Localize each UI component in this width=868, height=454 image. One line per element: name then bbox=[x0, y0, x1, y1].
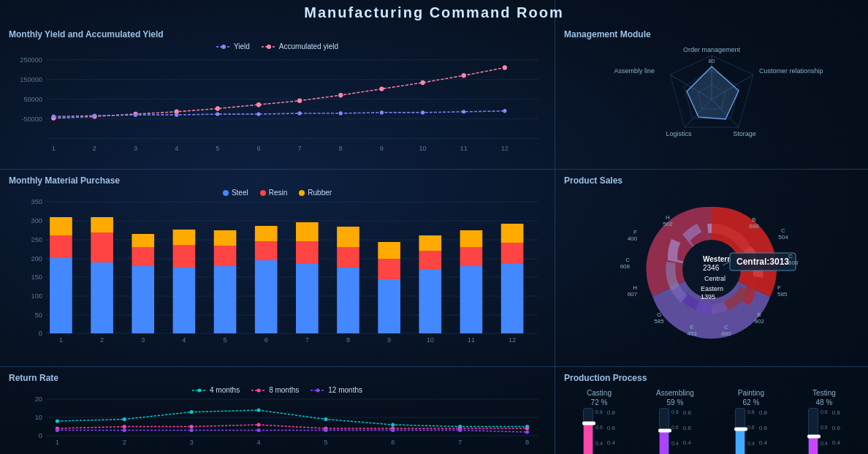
svg-text:5: 5 bbox=[223, 336, 226, 344]
svg-rect-75 bbox=[132, 234, 154, 247]
accum-legend-label: Accumulated yield bbox=[279, 42, 338, 50]
svg-text:0: 0 bbox=[39, 330, 42, 337]
svg-rect-74 bbox=[132, 247, 154, 266]
svg-text:150: 150 bbox=[31, 273, 42, 281]
svg-text:585: 585 bbox=[777, 291, 788, 298]
svg-rect-67 bbox=[50, 217, 72, 235]
svg-point-148 bbox=[525, 431, 529, 434]
svg-rect-102 bbox=[419, 251, 441, 270]
gauge-painting: Painting 62 % 0.80.60.40.2 bbox=[735, 389, 767, 454]
svg-rect-94 bbox=[337, 247, 359, 268]
svg-text:1: 1 bbox=[59, 336, 63, 344]
svg-text:Central: Central bbox=[704, 275, 726, 282]
svg-text:7: 7 bbox=[458, 439, 462, 446]
svg-text:12: 12 bbox=[501, 143, 509, 151]
bar-chart-svg: 350 300 250 200 150 100 50 0 1 bbox=[9, 198, 546, 344]
svg-text:C: C bbox=[788, 253, 793, 260]
svg-text:G: G bbox=[657, 311, 661, 318]
radar-label-cr: Customer relationship bbox=[759, 67, 823, 75]
radar-label-assembly: Assembly line bbox=[614, 67, 655, 75]
svg-text:C: C bbox=[625, 257, 630, 263]
svg-text:1: 1 bbox=[56, 439, 59, 446]
yield-legend: Yield Accumulated yield bbox=[9, 42, 546, 50]
gauge-assembling-label: Assembling bbox=[656, 389, 694, 397]
svg-rect-101 bbox=[419, 270, 441, 333]
svg-point-33 bbox=[379, 86, 384, 91]
svg-point-125 bbox=[56, 420, 59, 423]
radar-svg: Order management Customer relationship S… bbox=[595, 41, 829, 158]
svg-rect-95 bbox=[337, 227, 359, 247]
svg-rect-97 bbox=[378, 279, 400, 333]
gauge-casting-pct: 72 % bbox=[591, 398, 608, 406]
svg-point-44 bbox=[339, 111, 343, 115]
gauge-painting-track: 0.80.60.40.2 bbox=[735, 408, 755, 454]
svg-rect-89 bbox=[296, 264, 319, 333]
gauge-testing-pct: 48 % bbox=[816, 398, 833, 406]
gauge-testing-track: 0.80.60.40.2 bbox=[808, 408, 828, 454]
svg-rect-105 bbox=[460, 266, 483, 333]
gauge-assembling: Assembling 59 % 0.80.60.40.2 bbox=[656, 389, 694, 454]
return-rate-title: Return Rate bbox=[9, 373, 546, 383]
donut-container: Western 2346 Central Central:3013 Easter… bbox=[564, 189, 859, 349]
yield-legend-label: Yield bbox=[234, 42, 250, 50]
svg-point-3 bbox=[267, 45, 271, 49]
svg-point-146 bbox=[391, 428, 395, 432]
svg-point-142 bbox=[123, 428, 126, 432]
svg-rect-111 bbox=[501, 224, 524, 243]
svg-rect-106 bbox=[460, 247, 483, 266]
yield-legend-item-yield: Yield bbox=[216, 42, 250, 50]
svg-rect-71 bbox=[91, 217, 113, 232]
svg-text:H: H bbox=[633, 284, 637, 291]
svg-point-46 bbox=[421, 110, 425, 114]
svg-point-134 bbox=[123, 425, 126, 428]
svg-point-32 bbox=[338, 93, 343, 97]
svg-text:E: E bbox=[690, 324, 693, 330]
svg-point-135 bbox=[190, 425, 194, 428]
yield-chart-area: 250000 150000 50000 -50000 1 2 3 4 5 6 7… bbox=[9, 52, 546, 154]
svg-point-31 bbox=[297, 99, 302, 103]
management-title: Management Module bbox=[564, 29, 859, 39]
radar-label-logistics: Logistics bbox=[666, 130, 692, 137]
return-12m-legend: 12 months bbox=[311, 386, 362, 394]
svg-point-143 bbox=[190, 428, 194, 432]
svg-point-37 bbox=[52, 115, 56, 118]
svg-point-141 bbox=[56, 428, 59, 432]
svg-text:11: 11 bbox=[460, 143, 468, 151]
gauge-testing: Testing 48 % 0.80.60.40.2 bbox=[808, 389, 840, 454]
svg-point-29 bbox=[216, 106, 220, 110]
svg-point-1 bbox=[221, 45, 226, 49]
svg-text:453: 453 bbox=[687, 330, 697, 337]
svg-point-147 bbox=[458, 428, 462, 432]
svg-text:607: 607 bbox=[628, 291, 638, 298]
svg-text:10: 10 bbox=[35, 414, 42, 421]
svg-point-145 bbox=[324, 428, 327, 432]
svg-text:1395: 1395 bbox=[701, 293, 715, 300]
svg-text:250: 250 bbox=[31, 236, 42, 243]
return-legend: 4 months 8 months 12 months bbox=[9, 386, 546, 394]
svg-text:902: 902 bbox=[754, 318, 764, 325]
svg-point-40 bbox=[175, 113, 178, 116]
svg-point-136 bbox=[256, 423, 260, 427]
svg-point-36 bbox=[503, 65, 507, 69]
steel-legend: Steel bbox=[223, 189, 248, 197]
svg-text:5: 5 bbox=[324, 439, 327, 446]
svg-text:9: 9 bbox=[380, 143, 384, 151]
svg-text:80: 80 bbox=[709, 58, 715, 64]
return-rate-chart-area: 20 10 0 bbox=[9, 396, 546, 447]
svg-text:50000: 50000 bbox=[23, 95, 42, 103]
svg-rect-66 bbox=[50, 235, 72, 258]
svg-point-30 bbox=[256, 102, 261, 107]
svg-text:2346: 2346 bbox=[703, 264, 720, 272]
purchase-chart-title: Monthly Material Purchase bbox=[9, 175, 546, 186]
svg-rect-65 bbox=[50, 258, 72, 333]
radar-container: Order management Customer relationship S… bbox=[564, 42, 859, 156]
svg-text:4: 4 bbox=[256, 439, 260, 446]
svg-rect-109 bbox=[501, 264, 524, 333]
svg-rect-98 bbox=[378, 259, 400, 279]
svg-text:5: 5 bbox=[216, 143, 219, 151]
svg-text:F: F bbox=[777, 284, 781, 291]
svg-point-130 bbox=[391, 423, 395, 427]
svg-text:4: 4 bbox=[175, 143, 178, 151]
radar-label-order: Order management bbox=[683, 46, 741, 53]
svg-point-118 bbox=[316, 388, 320, 392]
